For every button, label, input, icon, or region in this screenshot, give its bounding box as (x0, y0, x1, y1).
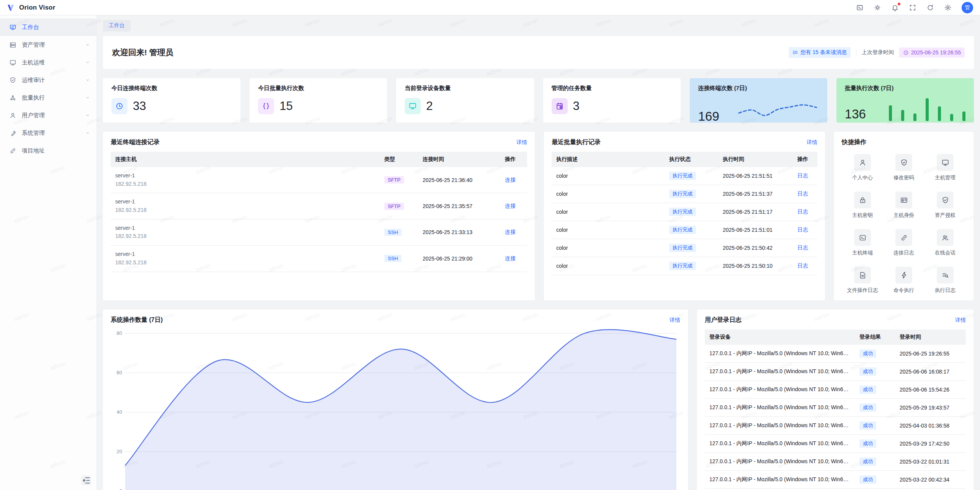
time-cell: 2025-03-22 01:01:31 (895, 454, 966, 469)
connect-link[interactable]: 连接 (505, 229, 516, 235)
theme-sun-icon[interactable] (874, 4, 881, 11)
table-row: color 执行完成 2025-06-25 21:51:01 日志 (552, 221, 817, 239)
refresh-icon[interactable] (926, 4, 934, 11)
log-link[interactable]: 日志 (797, 190, 808, 197)
sidebar-item-0[interactable]: 工作台 (0, 18, 96, 36)
log-link[interactable]: 日志 (797, 172, 808, 179)
device-cell: 127.0.0.1 - 内网IP - Mozilla/5.0 (Windows … (705, 364, 855, 380)
ops-card-more-link[interactable]: 详情 (670, 317, 680, 324)
type-tag: SFTP (384, 203, 404, 210)
sidebar-item-label: 批量执行 (22, 94, 80, 102)
quick-action-6[interactable]: 主机终端 (842, 229, 883, 256)
sidebar-item-label: 资产管理 (22, 41, 80, 49)
user-avatar[interactable]: 管 (962, 2, 973, 13)
quick-action-7[interactable]: 连接日志 (883, 229, 924, 256)
type-cell: SSH (380, 224, 418, 241)
stat-card-2: 当前登录设备数量 2 (396, 78, 534, 123)
stat-cards-row: 今日连接终端次数 33 今日批量执行次数 15 当前登录设备数量 2 管理的任务… (103, 78, 974, 123)
quick-action-1[interactable]: 修改密码 (883, 154, 924, 181)
unread-messages-text: 您有 15 条未读消息 (800, 49, 847, 56)
sidebar-item-6[interactable]: 系统管理 (0, 124, 96, 142)
quick-action-4[interactable]: 主机身份 (883, 192, 924, 219)
status-cell: 执行完成 (665, 257, 718, 275)
time-cell: 2025-06-06 16:08:17 (895, 364, 966, 379)
stat-value: 2 (426, 99, 433, 113)
sidebar-item-1[interactable]: 资产管理 (0, 36, 96, 54)
quick-action-label: 在线会话 (935, 249, 956, 256)
bell-icon[interactable] (891, 4, 899, 11)
sidebar-collapse-button[interactable] (81, 475, 91, 485)
time-cell: 2025-06-06 15:54:26 (895, 382, 966, 397)
sidebar-item-2[interactable]: 主机运维 (0, 54, 96, 71)
quick-action-8[interactable]: 在线会话 (924, 229, 966, 256)
desc-cell: color (552, 168, 665, 184)
svg-text:20: 20 (117, 449, 122, 454)
connect-link[interactable]: 连接 (505, 203, 516, 209)
login-card-more-link[interactable]: 详情 (955, 317, 966, 324)
log-link[interactable]: 日志 (797, 262, 808, 269)
exec-card-more-link[interactable]: 详情 (807, 139, 817, 146)
result-tag: 成功 (859, 367, 876, 376)
workbench-icon (9, 24, 16, 31)
stat-value: 3 (573, 99, 580, 113)
status-cell: 执行完成 (665, 239, 718, 257)
task-icon (552, 98, 568, 114)
table-row: color 执行完成 2025-06-25 21:50:42 日志 (552, 239, 817, 257)
sidebar-item-7[interactable]: 项目地址 (0, 142, 96, 159)
log-link[interactable]: 日志 (797, 226, 808, 233)
column-header: 操作 (793, 152, 817, 167)
gear-icon[interactable] (944, 4, 952, 11)
quick-action-11[interactable]: 执行日志 (924, 267, 966, 294)
desc-cell: color (552, 204, 665, 220)
ops-chart-card: 系统操作数量 (7日) 详情 020406080 2025-06-192025-… (103, 310, 688, 490)
result-cell: 成功 (855, 381, 895, 398)
time-cell: 2025-06-25 21:50:10 (718, 258, 793, 274)
terminal-card-more-link[interactable]: 详情 (516, 139, 527, 146)
type-tag: SSH (384, 255, 402, 262)
quick-action-2[interactable]: 主机管理 (924, 154, 966, 181)
log-link[interactable]: 日志 (797, 208, 808, 215)
spark-value: 136 (845, 107, 866, 123)
column-header: 连接时间 (418, 152, 500, 167)
connect-link[interactable]: 连接 (505, 177, 516, 183)
time-cell: 2025-06-25 21:51:01 (718, 222, 793, 238)
status-tag: 执行完成 (669, 190, 696, 198)
stat-label: 管理的任务数量 (552, 85, 672, 92)
connect-link[interactable]: 连接 (505, 255, 516, 261)
svg-text:0: 0 (119, 488, 122, 490)
breadcrumb[interactable]: 工作台 (103, 20, 131, 31)
sidebar-item-3[interactable]: 运维审计 (0, 71, 96, 89)
quick-action-0[interactable]: 个人中心 (842, 154, 883, 181)
quick-action-5[interactable]: 资产授权 (924, 192, 966, 219)
time-cell: 2025-05-29 19:43:57 (895, 400, 966, 415)
spark-value: 169 (698, 110, 719, 125)
code-square-icon[interactable] (856, 4, 864, 11)
result-cell: 成功 (855, 345, 895, 362)
sidebar-item-5[interactable]: 用户管理 (0, 107, 96, 124)
fullscreen-icon[interactable] (909, 4, 916, 11)
quick-action-3[interactable]: 主机密钥 (842, 192, 883, 219)
device-cell: 127.0.0.1 - 内网IP - Mozilla/5.0 (Windows … (705, 418, 855, 434)
result-cell: 成功 (855, 399, 895, 416)
host-cell: server-1182.92.5.218 (111, 167, 380, 193)
time-cell: 2025-06-25 19:26:55 (895, 346, 966, 361)
column-header: 登录结果 (855, 329, 895, 345)
result-tag: 成功 (859, 349, 876, 358)
time-cell: 2025-06-25 21:50:42 (718, 240, 793, 256)
quick-action-10[interactable]: 命令执行 (883, 267, 924, 294)
terminal-table-header: 连接主机类型连接时间操作 (111, 152, 527, 167)
column-header: 执行时间 (718, 152, 793, 167)
table-row: color 执行完成 2025-06-25 21:51:37 日志 (552, 185, 817, 203)
log-link[interactable]: 日志 (797, 244, 808, 251)
column-header: 连接主机 (111, 152, 380, 167)
quick-action-label: 连接日志 (893, 249, 914, 256)
sidebar-item-label: 主机运维 (22, 59, 80, 66)
quick-action-label: 修改密码 (893, 174, 914, 181)
quick-action-9[interactable]: 文件操作日志 (842, 267, 883, 294)
column-header: 登录时间 (895, 329, 966, 345)
unread-messages-badge[interactable]: 您有 15 条未读消息 (789, 47, 851, 58)
sidebar-item-4[interactable]: 批量执行 (0, 89, 96, 107)
device-cell: 127.0.0.1 - 内网IP - Mozilla/5.0 (Windows … (705, 436, 855, 452)
result-cell: 成功 (855, 471, 895, 488)
type-cell: SSH (380, 250, 418, 267)
